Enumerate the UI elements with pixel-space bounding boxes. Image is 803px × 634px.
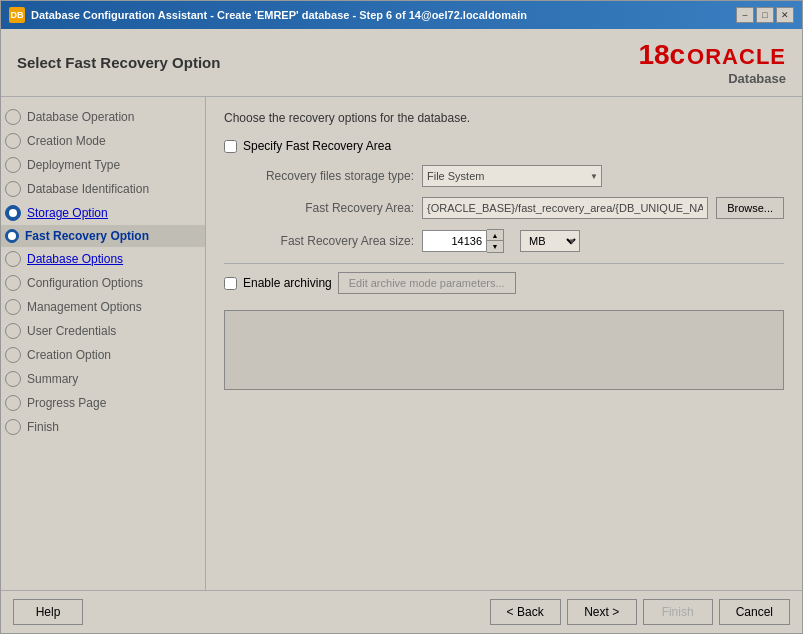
fast-recovery-area-label: Fast Recovery Area: bbox=[224, 201, 414, 215]
step-circle-storage-option bbox=[5, 205, 21, 221]
footer: Help < Back Next > Finish Cancel bbox=[1, 590, 802, 633]
sidebar: Database Operation Creation Mode Deploym… bbox=[1, 97, 206, 590]
oracle-brand: ORACLE bbox=[687, 44, 786, 70]
step-circle-creation-option bbox=[5, 347, 21, 363]
sidebar-label-creation-mode: Creation Mode bbox=[27, 134, 106, 148]
main-window: DB Database Configuration Assistant - Cr… bbox=[0, 0, 803, 634]
sidebar-item-progress-page[interactable]: Progress Page bbox=[1, 391, 205, 415]
step-circle-fast-recovery-option bbox=[5, 229, 19, 243]
sidebar-item-configuration-options[interactable]: Configuration Options bbox=[1, 271, 205, 295]
fast-recovery-size-input[interactable] bbox=[422, 230, 487, 252]
step-circle-database-operation bbox=[5, 109, 21, 125]
enable-archiving-label[interactable]: Enable archiving bbox=[243, 276, 332, 290]
size-unit-select[interactable]: MB GB bbox=[520, 230, 580, 252]
cancel-button[interactable]: Cancel bbox=[719, 599, 790, 625]
page-header: Select Fast Recovery Option 18c ORACLE D… bbox=[1, 29, 802, 97]
sidebar-item-management-options[interactable]: Management Options bbox=[1, 295, 205, 319]
browse-button[interactable]: Browse... bbox=[716, 197, 784, 219]
enable-archiving-row: Enable archiving Edit archive mode param… bbox=[224, 272, 784, 294]
sidebar-label-database-identification: Database Identification bbox=[27, 182, 149, 196]
content-description: Choose the recovery options for the data… bbox=[224, 111, 784, 125]
sidebar-item-fast-recovery-option[interactable]: Fast Recovery Option bbox=[1, 225, 205, 247]
help-button[interactable]: Help bbox=[13, 599, 83, 625]
specify-recovery-row: Specify Fast Recovery Area bbox=[224, 139, 784, 153]
sidebar-label-summary: Summary bbox=[27, 372, 78, 386]
sidebar-item-storage-option[interactable]: Storage Option bbox=[1, 201, 205, 225]
fast-recovery-size-spinner-wrapper: ▲ ▼ bbox=[422, 229, 504, 253]
finish-button[interactable]: Finish bbox=[643, 599, 713, 625]
spinner-up-button[interactable]: ▲ bbox=[487, 230, 503, 241]
recovery-files-select[interactable]: File System ASM bbox=[422, 165, 602, 187]
sidebar-label-creation-option: Creation Option bbox=[27, 348, 111, 362]
sidebar-item-database-operation[interactable]: Database Operation bbox=[1, 105, 205, 129]
fast-recovery-size-label: Fast Recovery Area size: bbox=[224, 234, 414, 248]
edit-archive-button[interactable]: Edit archive mode parameters... bbox=[338, 272, 516, 294]
sidebar-label-database-operation: Database Operation bbox=[27, 110, 134, 124]
sidebar-label-progress-page: Progress Page bbox=[27, 396, 106, 410]
footer-left: Help bbox=[13, 599, 83, 625]
fast-recovery-area-row: Fast Recovery Area: Browse... bbox=[224, 197, 784, 219]
size-unit-select-wrapper: MB GB bbox=[516, 230, 580, 252]
enable-archiving-checkbox[interactable] bbox=[224, 277, 237, 290]
main-content: Database Operation Creation Mode Deploym… bbox=[1, 97, 802, 590]
back-button[interactable]: < Back bbox=[490, 599, 561, 625]
recovery-files-select-wrapper: File System ASM bbox=[422, 165, 602, 187]
sidebar-item-summary[interactable]: Summary bbox=[1, 367, 205, 391]
spinner-down-button[interactable]: ▼ bbox=[487, 241, 503, 252]
sidebar-item-database-options[interactable]: Database Options bbox=[1, 247, 205, 271]
step-circle-deployment-type bbox=[5, 157, 21, 173]
sidebar-item-creation-option[interactable]: Creation Option bbox=[1, 343, 205, 367]
section-divider bbox=[224, 263, 784, 264]
sidebar-label-configuration-options: Configuration Options bbox=[27, 276, 143, 290]
maximize-button[interactable]: □ bbox=[756, 7, 774, 23]
title-bar-controls: – □ ✕ bbox=[736, 7, 794, 23]
close-button[interactable]: ✕ bbox=[776, 7, 794, 23]
window-title: Database Configuration Assistant - Creat… bbox=[31, 9, 527, 21]
oracle-version: 18c bbox=[638, 39, 685, 71]
step-circle-summary bbox=[5, 371, 21, 387]
sidebar-label-deployment-type: Deployment Type bbox=[27, 158, 120, 172]
oracle-logo-top: 18c ORACLE bbox=[638, 39, 786, 71]
spinner-buttons: ▲ ▼ bbox=[487, 229, 504, 253]
sidebar-label-fast-recovery-option: Fast Recovery Option bbox=[25, 229, 149, 243]
step-circle-finish bbox=[5, 419, 21, 435]
step-circle-configuration-options bbox=[5, 275, 21, 291]
oracle-product: Database bbox=[728, 71, 786, 86]
sidebar-label-management-options: Management Options bbox=[27, 300, 142, 314]
title-bar-left: DB Database Configuration Assistant - Cr… bbox=[9, 7, 527, 23]
sidebar-label-database-options: Database Options bbox=[27, 252, 123, 266]
oracle-logo: 18c ORACLE Database bbox=[638, 39, 786, 86]
step-circle-database-identification bbox=[5, 181, 21, 197]
sidebar-item-user-credentials[interactable]: User Credentials bbox=[1, 319, 205, 343]
specify-recovery-label[interactable]: Specify Fast Recovery Area bbox=[243, 139, 391, 153]
sidebar-item-finish[interactable]: Finish bbox=[1, 415, 205, 439]
minimize-button[interactable]: – bbox=[736, 7, 754, 23]
sidebar-label-finish: Finish bbox=[27, 420, 59, 434]
sidebar-item-creation-mode[interactable]: Creation Mode bbox=[1, 129, 205, 153]
fast-recovery-size-row: Fast Recovery Area size: ▲ ▼ MB GB bbox=[224, 229, 784, 253]
fast-recovery-area-input[interactable] bbox=[422, 197, 708, 219]
page-title: Select Fast Recovery Option bbox=[17, 54, 220, 71]
app-icon: DB bbox=[9, 7, 25, 23]
step-circle-progress-page bbox=[5, 395, 21, 411]
content-area: Choose the recovery options for the data… bbox=[206, 97, 802, 590]
sidebar-item-deployment-type[interactable]: Deployment Type bbox=[1, 153, 205, 177]
footer-right: < Back Next > Finish Cancel bbox=[490, 599, 790, 625]
recovery-files-label: Recovery files storage type: bbox=[224, 169, 414, 183]
sidebar-label-user-credentials: User Credentials bbox=[27, 324, 116, 338]
specify-recovery-checkbox[interactable] bbox=[224, 140, 237, 153]
next-button[interactable]: Next > bbox=[567, 599, 637, 625]
step-circle-creation-mode bbox=[5, 133, 21, 149]
step-circle-user-credentials bbox=[5, 323, 21, 339]
title-bar: DB Database Configuration Assistant - Cr… bbox=[1, 1, 802, 29]
sidebar-label-storage-option: Storage Option bbox=[27, 206, 108, 220]
step-circle-database-options bbox=[5, 251, 21, 267]
info-text-area bbox=[224, 310, 784, 390]
sidebar-item-database-identification[interactable]: Database Identification bbox=[1, 177, 205, 201]
step-circle-management-options bbox=[5, 299, 21, 315]
recovery-files-row: Recovery files storage type: File System… bbox=[224, 165, 784, 187]
